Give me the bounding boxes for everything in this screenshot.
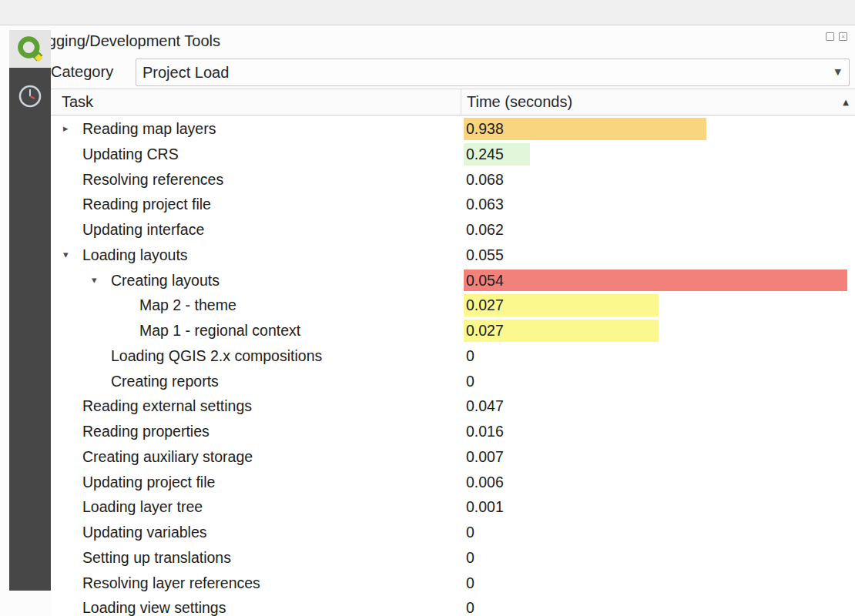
time-value: 0.027 [466, 318, 504, 343]
time-cell: 0 [461, 545, 855, 571]
time-value: 0.007 [466, 444, 504, 470]
time-cell: 0.055 [461, 243, 855, 268]
time-cell: 0.245 [461, 142, 855, 167]
table-row[interactable]: Setting up translations0 [51, 545, 855, 571]
table-row[interactable]: ▾Loading layouts0.055 [51, 243, 855, 268]
task-cell: Loading QGIS 2.x compositions [51, 343, 461, 369]
table-row[interactable]: Resolving layer references0 [51, 571, 855, 596]
task-label: Loading layouts [82, 246, 188, 263]
time-cell: 0 [461, 595, 855, 616]
column-header-time[interactable]: Time (seconds) ▲ [461, 89, 855, 115]
expander-expanded-icon[interactable]: ▾ [63, 243, 69, 268]
devtools-icon-bar [9, 30, 51, 591]
task-label: Reading external settings [82, 397, 252, 414]
expander-expanded-icon[interactable]: ▾ [92, 268, 97, 293]
task-label: Reading map layers [82, 120, 216, 137]
table-row[interactable]: Creating auxiliary storage0.007 [51, 444, 855, 470]
category-selected-value: Project Load [142, 59, 229, 85]
table-row[interactable]: Reading external settings0.047 [51, 393, 855, 419]
time-cell: 0.027 [461, 318, 855, 343]
task-label: Updating variables [82, 524, 207, 541]
time-cell: 0.027 [461, 293, 855, 318]
table-row[interactable]: Updating variables0 [51, 520, 855, 545]
task-cell: Resolving references [51, 167, 461, 192]
task-label: Updating CRS [82, 146, 179, 162]
time-bar [464, 270, 847, 292]
time-value: 0.938 [466, 116, 504, 142]
task-cell: Map 1 - regional context [51, 318, 461, 343]
task-cell: Map 2 - theme [51, 293, 461, 318]
profiler-table: Task Time (seconds) ▲ ▸Reading map layer… [51, 89, 855, 616]
chevron-down-icon: ▼ [835, 59, 841, 85]
table-row[interactable]: Map 1 - regional context0.027 [51, 318, 855, 343]
task-label: Loading view settings [82, 599, 226, 616]
time-cell: 0 [461, 571, 855, 596]
expander-collapsed-icon[interactable]: ▸ [63, 116, 69, 142]
task-cell: Creating auxiliary storage [51, 444, 461, 470]
table-row[interactable]: Creating reports0 [51, 369, 855, 394]
time-value: 0 [466, 343, 474, 369]
table-row[interactable]: ▸Reading map layers0.938 [51, 116, 855, 142]
task-cell: Reading properties [51, 419, 461, 444]
table-row[interactable]: Map 2 - theme0.027 [51, 293, 855, 318]
task-label: Creating layouts [111, 272, 220, 289]
column-header-task[interactable]: Task [51, 89, 461, 115]
table-row[interactable]: Updating project file0.006 [51, 470, 855, 495]
time-cell: 0.068 [461, 167, 855, 192]
time-value: 0 [466, 520, 474, 545]
table-row[interactable]: ▾Creating layouts0.054 [51, 268, 855, 293]
time-cell: 0 [461, 520, 855, 545]
time-value: 0.016 [466, 419, 504, 444]
time-value: 0.062 [466, 217, 504, 243]
task-label: Reading project file [82, 196, 211, 213]
time-value: 0.006 [466, 470, 504, 495]
table-row[interactable]: Reading properties0.016 [51, 419, 855, 444]
category-select[interactable]: Project Load ▼ [136, 59, 850, 86]
table-row[interactable]: Updating interface0.062 [51, 217, 855, 243]
category-label: Category [51, 56, 113, 87]
profiler-clock-icon[interactable] [9, 77, 51, 116]
column-header-time-label: Time (seconds) [467, 93, 572, 110]
time-cell: 0.006 [461, 470, 855, 495]
task-label: Creating auxiliary storage [82, 448, 253, 465]
time-cell: 0.016 [461, 419, 855, 444]
time-value: 0.054 [466, 268, 504, 293]
table-row[interactable]: Loading layer tree0.001 [51, 494, 855, 520]
task-label: Updating interface [82, 221, 204, 238]
task-label: Resolving references [82, 171, 223, 188]
table-row[interactable]: Resolving references0.068 [51, 167, 855, 192]
float-panel-icon[interactable] [826, 32, 834, 41]
table-body: ▸Reading map layers0.938Updating CRS0.24… [51, 116, 855, 616]
task-label: Setting up translations [82, 549, 231, 566]
table-row[interactable]: Reading project file0.063 [51, 192, 855, 217]
task-cell: Loading layer tree [51, 494, 461, 520]
task-label: Updating project file [82, 474, 215, 490]
task-cell: Updating CRS [51, 142, 461, 167]
task-cell: Resolving layer references [51, 571, 461, 596]
time-value: 0.245 [466, 142, 504, 167]
task-label: Map 2 - theme [139, 296, 236, 313]
task-label: Creating reports [111, 373, 219, 390]
time-cell: 0.062 [461, 217, 855, 243]
task-cell: Setting up translations [51, 545, 461, 571]
task-cell: ▸Reading map layers [51, 116, 461, 142]
time-value: 0.001 [466, 494, 504, 520]
table-row[interactable]: Updating CRS0.245 [51, 142, 855, 167]
time-value: 0 [466, 571, 474, 596]
time-cell: 0.063 [461, 192, 855, 217]
task-cell: Updating project file [51, 470, 461, 495]
time-value: 0.047 [466, 393, 504, 419]
task-label: Reading properties [82, 423, 210, 440]
task-cell: Loading view settings [51, 595, 461, 616]
qgis-logo-icon [9, 30, 51, 68]
time-cell: 0.007 [461, 444, 855, 470]
close-panel-icon[interactable]: × [839, 32, 847, 41]
time-cell: 0.047 [461, 393, 855, 419]
task-label: Map 1 - regional context [139, 322, 300, 339]
panel-window-controls: × [826, 32, 847, 41]
time-value: 0 [466, 595, 474, 616]
table-row[interactable]: Loading QGIS 2.x compositions0 [51, 343, 855, 369]
time-value: 0.027 [466, 293, 504, 318]
time-cell: 0 [461, 369, 855, 394]
table-row[interactable]: Loading view settings0 [51, 595, 855, 616]
